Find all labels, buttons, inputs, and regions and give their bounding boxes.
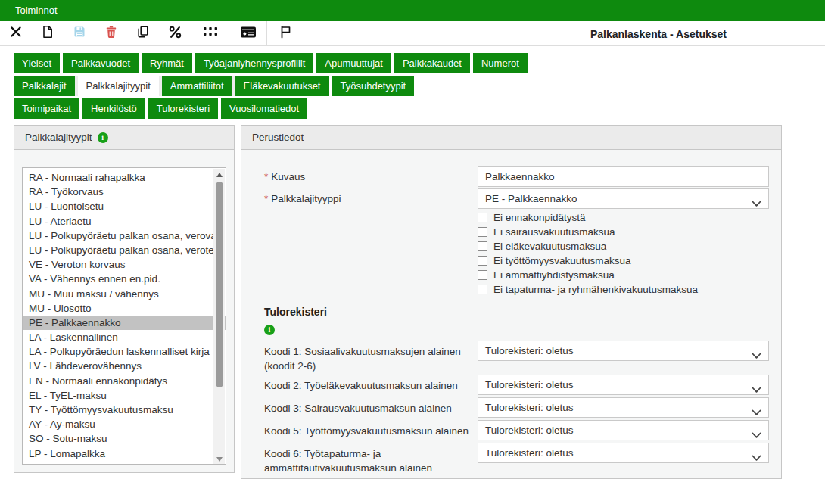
list-item[interactable]: TY - Työttömyysvakuutusmaksu (23, 403, 226, 417)
tulorekisteri-section: Tulorekisteri i Koodi 1: Sosiaalivakuutu… (264, 306, 767, 477)
koodi-select[interactable]: Tulorekisteri: oletus (478, 341, 769, 361)
list-item[interactable]: SO - Sotu-maksu (23, 431, 226, 446)
checkbox-row[interactable]: Ei sairausvakuutusmaksua (478, 225, 698, 239)
list-item[interactable]: VA - Vähennys ennen en.pid. (23, 272, 226, 286)
kuvaus-input[interactable] (478, 166, 769, 187)
checkbox[interactable] (478, 285, 487, 294)
save-icon (73, 25, 86, 42)
list-item[interactable]: LU - Polkupyöräetu palkan osana, verote (23, 243, 226, 257)
percent-button[interactable] (159, 21, 191, 45)
checkbox-row[interactable]: Ei eläkevakuutusmaksua (478, 239, 698, 254)
tab[interactable]: Yleiset (14, 53, 60, 73)
list-item[interactable]: LU - Polkupyöräetu palkan osana, verova (23, 229, 226, 243)
tab[interactable]: Palkkavuodet (63, 53, 139, 73)
chevron-down-icon (752, 194, 761, 209)
palkkalajityypit-panel: Palkkalajityypit i RA - Normaali rahapal… (14, 125, 235, 473)
tab[interactable]: Palkkalajit (14, 76, 75, 96)
checkbox-label: Ei ammattiyhdistysmaksua (493, 269, 615, 281)
tab[interactable]: Eläkevakuutukset (235, 76, 329, 96)
koodi-select[interactable]: Tulorekisteri: oletus (478, 375, 769, 395)
koodi-select[interactable]: Tulorekisteri: oletus (478, 420, 769, 440)
list-item[interactable]: PE - Palkkaennakko (23, 316, 226, 330)
koodi-row: Koodi 1: Sosiaalivakuutusmaksujen alaine… (264, 341, 767, 373)
close-button[interactable] (0, 21, 32, 45)
koodi-row: Koodi 2: Työeläkevakuutusmaksun alainen … (264, 375, 767, 396)
palkkalajityyppi-select[interactable]: PE - Palkkaennakko (478, 188, 769, 209)
checkbox-label: Ei sairausvakuutusmaksua (493, 226, 615, 238)
checkbox-row[interactable]: Ei työttömyysvakuutusmaksua (478, 254, 698, 268)
right-panel-title: Perustiedot (252, 132, 304, 143)
perustiedot-panel: Perustiedot *Kuvaus *Palkkalajityyppi PE… (241, 125, 782, 479)
checkbox-label: Ei tapaturma- ja ryhmähenkivakuutusmaksu… (493, 284, 698, 295)
list-item[interactable]: RA - Työkorvaus (23, 185, 226, 199)
flag-icon (279, 25, 292, 42)
tab[interactable]: Palkkalajityypit (78, 76, 159, 96)
new-document-button[interactable] (32, 21, 64, 45)
list-item[interactable]: LA - Polkupyöräedun laskennalliset kirja (23, 344, 226, 359)
id-card-icon (240, 26, 257, 42)
listbox-items: RA - Normaali rahapalkkaRA - TyökorvausL… (23, 170, 226, 461)
list-item[interactable]: LP - Lomapalkka (23, 446, 226, 461)
checkbox[interactable] (478, 270, 487, 280)
checkbox-row[interactable]: Ei ammattiyhdistysmaksua (478, 268, 698, 282)
tab[interactable]: Työajanlyhennysprofiilit (195, 53, 313, 73)
tab[interactable]: Vuosilomatiedot (221, 98, 307, 119)
checkbox[interactable] (478, 213, 487, 222)
list-item[interactable]: MU - Ulosotto (23, 301, 226, 316)
list-item[interactable]: VE - Veroton korvaus (23, 257, 226, 272)
koodi-row: Koodi 3: Sairausvakuutusmaksun alainen T… (264, 397, 767, 418)
list-item[interactable]: EN - Normaali ennakonpidätys (23, 374, 226, 388)
koodi-label: Koodi 1: Sosiaalivakuutusmaksujen alaine… (264, 341, 478, 373)
tab[interactable]: Numerot (473, 53, 528, 73)
menu-toiminnot[interactable]: Toiminnot (15, 5, 58, 16)
save-button[interactable] (64, 21, 95, 45)
tab[interactable]: Toimipaikat (14, 98, 79, 119)
tab[interactable]: Ammattiliitot (162, 76, 232, 96)
scroll-up-arrow-icon[interactable] (213, 169, 225, 180)
chevron-down-icon (752, 449, 761, 468)
scroll-down-arrow-icon[interactable] (213, 453, 225, 465)
palkkalajityypit-listbox[interactable]: RA - Normaali rahapalkkaRA - TyökorvausL… (22, 167, 226, 465)
info-icon[interactable]: i (264, 325, 275, 335)
page-title: Palkanlaskenta - Asetukset (522, 21, 795, 46)
tab[interactable]: Tulorekisteri (148, 98, 218, 119)
checkbox-row[interactable]: Ei tapaturma- ja ryhmähenkivakuutusmaksu… (478, 282, 698, 297)
grid-menu-button[interactable] (191, 21, 229, 45)
scrollbar-thumb[interactable] (216, 182, 223, 387)
flag-button[interactable] (266, 21, 304, 45)
right-panel-header: Perustiedot (241, 126, 781, 150)
checkbox[interactable] (478, 241, 487, 251)
koodi-select[interactable]: Tulorekisteri: oletus (478, 443, 769, 463)
checkbox-row[interactable]: Ei ennakonpidätystä (478, 210, 698, 225)
koodi-select[interactable]: Tulorekisteri: oletus (478, 397, 769, 418)
list-item[interactable]: AY - Ay-maksu (23, 417, 226, 431)
copy-button[interactable] (127, 21, 159, 45)
id-card-button[interactable] (229, 21, 266, 45)
list-item[interactable]: LU - Luontoisetu (23, 199, 226, 213)
tab-row-2: PalkkalajitPalkkalajityypitAmmattiliitot… (14, 76, 414, 96)
tab[interactable]: Apumuuttujat (316, 53, 391, 73)
list-item[interactable]: LA - Laskennallinen (23, 330, 226, 344)
list-scrollbar[interactable] (213, 169, 225, 465)
top-menu-bar: Toiminnot (0, 0, 825, 21)
tab[interactable]: Palkkakaudet (394, 53, 470, 73)
close-icon (9, 25, 23, 42)
list-item[interactable]: EL - TyEL-maksu (23, 388, 226, 403)
delete-button[interactable] (95, 21, 127, 45)
checkbox[interactable] (478, 227, 487, 237)
list-item[interactable]: RA - Normaali rahapalkka (23, 170, 226, 185)
info-icon[interactable]: i (98, 132, 108, 143)
koodi-label: Koodi 3: Sairausvakuutusmaksun alainen (264, 397, 478, 415)
koodi-row: Koodi 5: Työttömyysvakuutusmaksun alaine… (264, 420, 767, 441)
koodi-row: Koodi 6: Työtapaturma- ja ammattitautiva… (264, 443, 767, 475)
chevron-down-icon (752, 347, 761, 366)
list-item[interactable]: LV - Lähdeverovähennys (23, 359, 226, 373)
tab[interactable]: Henkilöstö (82, 98, 145, 119)
tab[interactable]: Ryhmät (142, 53, 192, 73)
checkbox[interactable] (478, 256, 487, 266)
list-item[interactable]: LU - Ateriaetu (23, 214, 226, 229)
copy-icon (136, 25, 150, 42)
list-item[interactable]: MU - Muu maksu / vähennys (23, 287, 226, 301)
tab[interactable]: Työsuhdetyypit (332, 76, 415, 96)
delete-icon (104, 25, 118, 42)
